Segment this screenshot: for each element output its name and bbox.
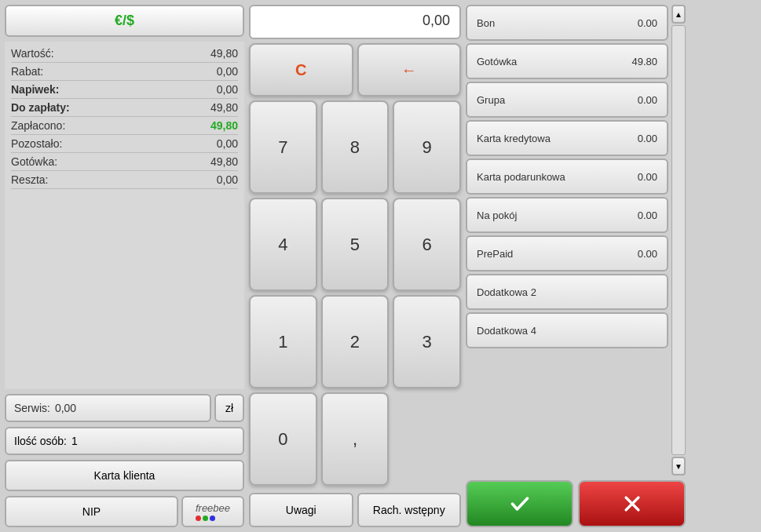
karta-klienta-button[interactable]: Karta klienta — [5, 460, 244, 491]
info-row: Do zapłaty:49,80 — [11, 99, 238, 117]
currency-button[interactable]: €/$ — [5, 5, 244, 37]
display-box: 0,00 — [249, 5, 461, 39]
calc-btn-1[interactable]: 1 — [249, 295, 317, 388]
scrollbar: ▲ ▼ — [671, 5, 686, 476]
service-row: Serwis: 0,00 zł — [5, 394, 244, 422]
info-row: Wartość:49,80 — [11, 45, 238, 63]
right-scroll-area: Bon0.00Gotówka49.80Grupa0.00Karta kredyt… — [466, 5, 686, 476]
info-label: Pozostało: — [11, 137, 62, 150]
payment-value: 49.80 — [631, 56, 657, 67]
info-table: Wartość:49,80Rabat:0,00Napiwek:0,00Do za… — [5, 42, 244, 389]
payment-btn-prepaid[interactable]: PrePaid0.00 — [466, 235, 668, 271]
nip-button[interactable]: NIP — [5, 496, 178, 527]
info-value: 0,00 — [217, 65, 238, 78]
clear-button[interactable]: C — [249, 43, 353, 97]
calc-btn-0[interactable]: 0 — [249, 392, 317, 486]
payment-value: 0.00 — [638, 171, 657, 183]
calc-btn-8[interactable]: 8 — [321, 100, 390, 194]
calc-btn-6[interactable]: 6 — [393, 198, 461, 291]
service-box: Serwis: 0,00 — [5, 394, 211, 422]
info-row: Reszta:0,00 — [11, 171, 238, 189]
persons-value: 1 — [71, 435, 78, 447]
persons-box: Ilość osób: 1 — [5, 427, 244, 455]
info-row: Zapłacono:49,80 — [11, 117, 238, 135]
calc-btn-2[interactable]: 2 — [321, 295, 390, 388]
payment-value: 0.00 — [638, 210, 657, 221]
info-value: 49,80 — [210, 119, 238, 132]
dot-blue — [210, 516, 215, 521]
info-value: 0,00 — [217, 83, 238, 96]
cancel-button[interactable] — [578, 480, 686, 527]
service-value: 0,00 — [55, 402, 76, 414]
left-panel: €/$ Wartość:49,80Rabat:0,00Napiwek:0,00D… — [5, 5, 244, 527]
payment-btn-dodatkowa-2[interactable]: Dodatkowa 2 — [466, 274, 668, 310]
freebee-box: freebee — [181, 496, 244, 527]
payment-name: Bon — [477, 17, 495, 29]
uwagi-button[interactable]: Uwagi — [249, 493, 353, 527]
info-label: Reszta: — [11, 173, 48, 186]
backspace-button[interactable]: ← — [357, 43, 462, 97]
service-label: Serwis: — [14, 402, 50, 414]
payment-name: Dodatkowa 2 — [477, 286, 536, 298]
confirm-button[interactable] — [466, 480, 573, 527]
scroll-down-arrow[interactable]: ▼ — [671, 457, 686, 476]
scroll-up-arrow[interactable]: ▲ — [671, 5, 686, 24]
bottom-buttons: Uwagi Rach. wstępny — [249, 493, 461, 527]
right-panel: Bon0.00Gotówka49.80Grupa0.00Karta kredyt… — [466, 5, 686, 527]
checkmark-icon — [509, 493, 531, 515]
zl-button[interactable]: zł — [214, 394, 244, 422]
payment-btn-karta-podarunkowa[interactable]: Karta podarunkowa0.00 — [466, 159, 668, 195]
payment-name: Karta kredytowa — [477, 133, 551, 144]
info-row: Napiwek:0,00 — [11, 81, 238, 99]
x-icon — [621, 493, 643, 515]
payment-name: Gotówka — [477, 56, 517, 67]
persons-label: Ilość osób: — [14, 435, 67, 447]
info-value: 0,00 — [217, 137, 238, 150]
payment-value: 0.00 — [638, 133, 657, 144]
info-value: 0,00 — [217, 173, 238, 186]
calc-btn-7[interactable]: 7 — [249, 100, 317, 194]
info-label: Napiwek: — [11, 83, 59, 96]
payment-btn-karta-kredytowa[interactable]: Karta kredytowa0.00 — [466, 120, 668, 156]
payment-value: 0.00 — [638, 17, 657, 29]
info-row: Rabat:0,00 — [11, 63, 238, 81]
payment-value: 0.00 — [638, 94, 657, 106]
info-label: Wartość: — [11, 47, 54, 60]
rach-wstepny-button[interactable]: Rach. wstępny — [357, 493, 462, 527]
info-label: Do zapłaty: — [11, 101, 70, 114]
calc-btn-9[interactable]: 9 — [393, 100, 461, 194]
payment-btn-dodatkowa-4[interactable]: Dodatkowa 4 — [466, 312, 668, 348]
payment-name: Grupa — [477, 94, 505, 106]
payment-name: Na pokój — [477, 210, 517, 221]
info-row: Gotówka:49,80 — [11, 153, 238, 171]
calc-btn-3[interactable]: 3 — [393, 295, 461, 388]
payment-value: 0.00 — [638, 248, 657, 260]
payment-btn-na-pokój[interactable]: Na pokój0.00 — [466, 197, 668, 233]
freebee-label: freebee — [196, 502, 230, 514]
middle-panel: 0,00 C ← 7894561230, Uwagi Rach. wstępny — [249, 5, 461, 527]
payment-btn-gotówka[interactable]: Gotówka49.80 — [466, 43, 668, 79]
nip-row: NIP freebee — [5, 496, 244, 527]
payment-btn-grupa[interactable]: Grupa0.00 — [466, 82, 668, 118]
confirm-row — [466, 480, 686, 527]
dot-red — [196, 516, 201, 521]
info-label: Zapłacono: — [11, 119, 65, 132]
info-value: 49,80 — [210, 101, 238, 114]
payment-name: Dodatkowa 4 — [477, 325, 536, 337]
scroll-track — [671, 25, 686, 455]
payment-list: Bon0.00Gotówka49.80Grupa0.00Karta kredyt… — [466, 5, 668, 476]
main-container: €/$ Wartość:49,80Rabat:0,00Napiwek:0,00D… — [0, 0, 761, 532]
info-value: 49,80 — [210, 47, 238, 60]
dot-green — [203, 516, 208, 521]
calc-btn-5[interactable]: 5 — [321, 198, 390, 291]
calc-btn-4[interactable]: 4 — [249, 198, 317, 291]
info-label: Rabat: — [11, 65, 43, 78]
info-label: Gotówka: — [11, 155, 57, 168]
info-row: Pozostało:0,00 — [11, 135, 238, 153]
info-value: 49,80 — [210, 155, 238, 168]
calc-btn-comma[interactable]: , — [321, 392, 390, 486]
freebee-dots — [196, 516, 230, 521]
payment-name: Karta podarunkowa — [477, 171, 565, 183]
payment-btn-bon[interactable]: Bon0.00 — [466, 5, 668, 41]
payment-name: PrePaid — [477, 248, 513, 260]
